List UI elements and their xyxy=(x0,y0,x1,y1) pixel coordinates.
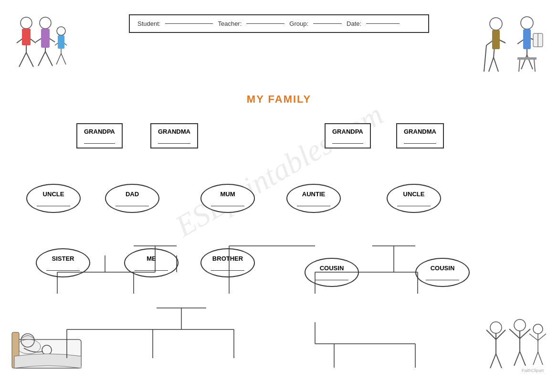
svg-point-0 xyxy=(21,17,32,29)
svg-line-33 xyxy=(521,55,527,69)
watermark: ESLprintables.com xyxy=(169,97,389,244)
cousin2-label: COUSIN xyxy=(431,265,455,272)
svg-point-71 xyxy=(490,322,502,333)
cousin2-name-line[interactable] xyxy=(426,274,459,280)
grandpa1-name-line[interactable] xyxy=(84,137,115,144)
teacher-label: Teacher: xyxy=(218,20,242,27)
svg-line-34 xyxy=(527,55,533,69)
node-grandma1: GRANDMA xyxy=(150,123,198,148)
grandma1-name-line[interactable] xyxy=(158,137,190,144)
svg-line-25 xyxy=(489,57,494,72)
node-auntie: AUNTIE xyxy=(286,184,341,213)
node-dad: DAD xyxy=(105,184,159,213)
node-brother: BROTHER xyxy=(200,248,255,277)
dad-label: DAD xyxy=(126,191,139,198)
grandma2-label: GRANDMA xyxy=(404,128,436,135)
uncle1-oval: UNCLE xyxy=(26,184,81,213)
auntie-label: AUNTIE xyxy=(302,191,325,198)
uncle2-oval: UNCLE xyxy=(387,184,441,213)
uncle1-label: UNCLE xyxy=(43,191,64,198)
node-sister: SISTER xyxy=(36,248,90,277)
node-mum: MUM xyxy=(200,184,255,213)
dad-oval: DAD xyxy=(105,184,159,213)
sister-name-line[interactable] xyxy=(46,264,80,271)
sister-label: SISTER xyxy=(52,255,74,262)
svg-line-73 xyxy=(486,330,496,339)
auntie-oval: AUNTIE xyxy=(286,184,341,213)
node-me: ME xyxy=(124,248,179,277)
me-label: ME xyxy=(147,255,156,262)
cousin1-label: COUSIN xyxy=(320,265,344,272)
svg-line-12 xyxy=(45,52,53,66)
svg-line-88 xyxy=(538,352,543,365)
node-grandpa1: GRANDPA xyxy=(76,123,123,148)
dad-name-line[interactable] xyxy=(116,200,149,206)
me-name-line[interactable] xyxy=(135,264,168,271)
grandpa2-box: GRANDPA xyxy=(325,123,371,148)
cousin1-oval: COUSIN xyxy=(305,258,359,287)
uncle2-label: UNCLE xyxy=(403,191,425,198)
node-uncle1: UNCLE xyxy=(26,184,81,213)
grandpa2-name-line[interactable] xyxy=(332,137,363,144)
svg-line-74 xyxy=(496,330,505,339)
node-grandpa2: GRANDPA xyxy=(325,123,371,148)
svg-line-40 xyxy=(534,60,535,72)
svg-point-29 xyxy=(521,17,533,29)
deco-family-image xyxy=(10,10,72,86)
svg-line-26 xyxy=(494,57,498,72)
svg-line-76 xyxy=(496,354,502,368)
header-fields: Student: Teacher: Group: Date: xyxy=(137,20,421,27)
node-uncle2: UNCLE xyxy=(387,184,441,213)
grandma1-box: GRANDMA xyxy=(150,123,198,148)
student-underline[interactable] xyxy=(165,23,213,24)
svg-line-81 xyxy=(514,351,520,366)
date-label: Date: xyxy=(347,20,361,27)
svg-point-83 xyxy=(533,324,543,334)
auntie-name-line[interactable] xyxy=(297,200,330,206)
svg-line-18 xyxy=(56,53,61,64)
svg-line-11 xyxy=(38,52,45,66)
mum-name-line[interactable] xyxy=(211,200,244,206)
grandpa1-label: GRANDPA xyxy=(84,128,115,135)
teacher-underline[interactable] xyxy=(246,23,284,24)
svg-line-19 xyxy=(61,53,66,64)
brother-label: BROTHER xyxy=(212,255,243,262)
grandma2-name-line[interactable] xyxy=(404,137,436,144)
uncle1-name-line[interactable] xyxy=(37,200,70,206)
svg-rect-35 xyxy=(523,29,531,49)
svg-line-86 xyxy=(538,334,546,340)
date-underline[interactable] xyxy=(366,23,400,24)
brother-oval: BROTHER xyxy=(200,248,255,277)
brother-name-line[interactable] xyxy=(211,264,244,271)
group-underline[interactable] xyxy=(313,23,342,24)
grandpa1-box: GRANDPA xyxy=(76,123,123,148)
node-cousin2: COUSIN xyxy=(415,258,470,287)
grandma1-label: GRANDMA xyxy=(158,128,190,135)
svg-line-4 xyxy=(19,53,26,67)
deco-bed-image xyxy=(10,311,86,378)
mum-oval: MUM xyxy=(200,184,255,213)
node-grandma2: GRANDMA xyxy=(396,123,444,148)
header-info-box: Student: Teacher: Group: Date: xyxy=(129,14,429,33)
page-title: MY FAMILY xyxy=(0,93,558,106)
grandpa2-label: GRANDPA xyxy=(332,128,363,135)
svg-line-87 xyxy=(533,352,538,365)
svg-point-67 xyxy=(17,339,41,354)
svg-rect-20 xyxy=(58,35,64,49)
svg-point-77 xyxy=(514,319,526,331)
me-oval: ME xyxy=(124,248,179,277)
svg-line-82 xyxy=(520,351,526,366)
svg-rect-6 xyxy=(22,29,31,45)
uncle2-name-line[interactable] xyxy=(397,200,431,206)
student-label: Student: xyxy=(137,20,160,27)
svg-point-7 xyxy=(40,17,51,29)
cousin2-oval: COUSIN xyxy=(415,258,470,287)
cousin1-name-line[interactable] xyxy=(315,274,348,280)
group-label: Group: xyxy=(289,20,308,27)
deco-elderly-image xyxy=(477,10,548,86)
svg-rect-38 xyxy=(517,57,537,60)
svg-line-85 xyxy=(529,334,538,340)
svg-line-5 xyxy=(26,53,33,67)
svg-point-21 xyxy=(490,18,502,30)
svg-line-39 xyxy=(519,60,520,72)
